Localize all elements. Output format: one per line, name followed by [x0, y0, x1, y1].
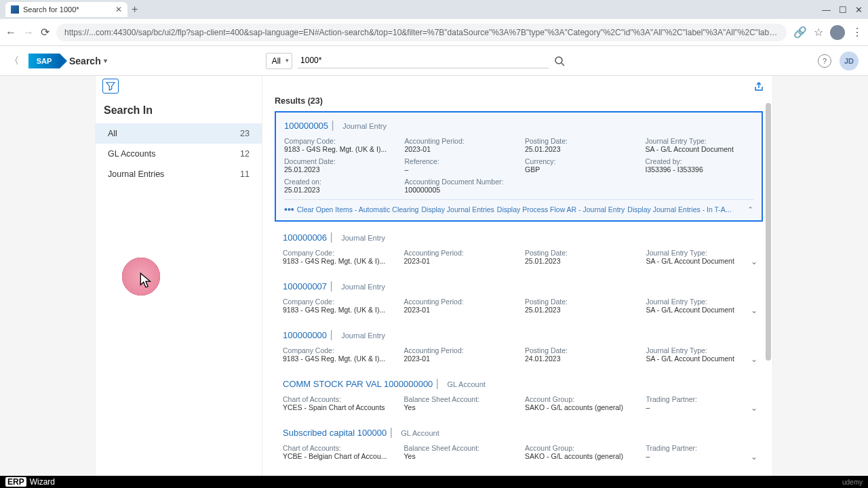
result-card[interactable]: 100000000 | Journal EntryCompany Code:91…	[275, 322, 763, 368]
result-title[interactable]: 100000000	[283, 330, 327, 340]
bookmark-icon[interactable]: ☆	[814, 26, 823, 39]
page-title-dropdown[interactable]: Search	[69, 56, 107, 66]
sidebar-item-all[interactable]: All23	[96, 123, 262, 144]
svg-line-1	[561, 63, 564, 66]
new-tab-button[interactable]: +	[132, 3, 138, 16]
field-value: –	[405, 165, 513, 174]
minimize-icon[interactable]: —	[822, 5, 831, 15]
scrollbar[interactable]	[766, 103, 771, 361]
result-card[interactable]: 100000006 | Journal EntryCompany Code:91…	[275, 224, 763, 270]
result-title[interactable]: 100000005	[284, 121, 328, 131]
field-label: Company Code:	[283, 249, 392, 257]
field-label: Created by:	[646, 157, 754, 165]
expand-icon[interactable]: ⌄	[751, 354, 757, 364]
reload-button[interactable]: ⟳	[41, 26, 50, 39]
result-card[interactable]: Subscribed capital 100000 | GL AccountCh…	[275, 420, 763, 466]
filter-toggle-button[interactable]	[102, 79, 119, 94]
result-action-link[interactable]: Clear Open Items - Automatic Clearing	[297, 205, 419, 214]
sidebar-item-count: 23	[240, 129, 250, 138]
expand-icon[interactable]: ⌄	[751, 403, 757, 413]
field-label: Company Code:	[283, 346, 392, 354]
field-label: Chart of Accounts:	[283, 444, 392, 452]
result-action-link[interactable]: Display Journal Entries	[421, 205, 494, 214]
field-label: Trading Partner:	[646, 444, 755, 452]
field-value: GBP	[525, 165, 633, 174]
forward-button[interactable]: →	[23, 26, 34, 39]
field-label: Posting Date:	[525, 346, 634, 354]
url-bar[interactable]: https://...com:44300/sap/bc/ui2/flp?sap-…	[56, 24, 787, 41]
field-value: SA - G/L Account Document	[646, 306, 755, 314]
expand-icon[interactable]: ⌄	[751, 452, 757, 462]
field-label: Created on:	[284, 178, 393, 186]
result-tag: Journal Entry	[341, 283, 385, 291]
window-controls: — ☐ ✕	[822, 5, 863, 15]
expand-icon[interactable]: ⌄	[751, 257, 757, 266]
result-tag: Journal Entry	[342, 122, 387, 130]
collapse-icon[interactable]: ⌃	[747, 205, 753, 214]
field-value: 2023-01	[404, 354, 513, 363]
category-select[interactable]: All	[266, 53, 292, 69]
sidebar-item-count: 12	[240, 149, 250, 159]
shell-back-button[interactable]: 〈	[9, 55, 19, 67]
field-label: Company Code:	[284, 137, 393, 145]
field-value: –	[646, 403, 755, 411]
content-area: Search In All23GL Accounts12Journal Entr…	[95, 76, 773, 476]
field-label: Posting Date:	[525, 298, 634, 306]
result-title[interactable]: COMM STOCK PAR VAL 1000000000	[283, 379, 433, 389]
field-label: Journal Entry Type:	[646, 346, 755, 354]
field-value: 2023-01	[404, 257, 513, 265]
field-value: 25.01.2023	[284, 165, 393, 174]
sidebar-item-label: GL Accounts	[108, 149, 155, 159]
result-action-link[interactable]: Display Process Flow AR - Journal Entry	[497, 205, 625, 214]
field-value: SA - G/L Account Document	[646, 145, 754, 153]
result-title[interactable]: Subscribed capital 100000	[283, 428, 387, 438]
field-label: Account Group:	[525, 395, 634, 403]
sap-shell-header: 〈 SAP Search All ? JD	[0, 46, 868, 76]
result-card[interactable]: 100000005 | Journal EntryCompany Code:91…	[275, 111, 763, 222]
search-input[interactable]	[298, 53, 549, 68]
back-button[interactable]: ←	[5, 26, 16, 39]
field-value: 9183 - G4S Reg. Mgt. (UK & I)...	[283, 306, 392, 314]
close-window-icon[interactable]: ✕	[855, 5, 863, 15]
field-label: Posting Date:	[525, 249, 634, 257]
browser-tab[interactable]: Search for 1000* ✕	[5, 2, 127, 17]
field-value: YCBE - Belgian Chart of Accou...	[283, 452, 392, 460]
field-value: 100000005	[405, 186, 513, 194]
more-actions-icon[interactable]: •••	[284, 204, 294, 215]
field-value: 9183 - G4S Reg. Mgt. (UK & I)...	[284, 145, 393, 153]
field-value: –	[646, 452, 755, 460]
results-header: Results (23)	[275, 96, 763, 106]
cursor-icon	[139, 271, 154, 289]
result-action-link[interactable]: Display Journal Entries - In T-A...	[627, 205, 731, 214]
user-avatar[interactable]: JD	[840, 52, 859, 70]
profile-avatar[interactable]	[830, 25, 845, 40]
share-icon[interactable]: 🔗	[793, 26, 807, 39]
field-label: Document Date:	[284, 157, 393, 165]
result-title[interactable]: 100000006	[283, 232, 327, 243]
help-icon[interactable]: ?	[818, 54, 831, 68]
video-bottom-bar: ERPWizard udemy	[0, 476, 868, 488]
result-tag: Journal Entry	[341, 234, 385, 242]
result-card[interactable]: 100000007 | Journal EntryCompany Code:91…	[275, 273, 763, 319]
browser-toolbar: ← → ⟳ https://...com:44300/sap/bc/ui2/fl…	[0, 19, 868, 46]
result-tag: Journal Entry	[341, 331, 385, 340]
result-title[interactable]: 100000007	[283, 281, 327, 291]
sidebar-item-label: All	[108, 129, 117, 138]
erp-wizard-logo: ERPWizard	[5, 477, 55, 487]
field-label: Accounting Period:	[404, 346, 513, 354]
search-icon[interactable]	[554, 55, 565, 66]
svg-point-0	[555, 57, 562, 64]
menu-icon[interactable]: ⋮	[852, 26, 863, 39]
sidebar-title: Search In	[96, 102, 262, 123]
expand-icon[interactable]: ⌄	[751, 306, 757, 315]
field-label: Accounting Document Number:	[405, 178, 513, 186]
field-value: SAKO - G/L accounts (general)	[525, 403, 634, 411]
results-panel: Results (23) 100000005 | Journal EntryCo…	[262, 76, 772, 476]
field-label: Chart of Accounts:	[283, 395, 392, 403]
close-tab-icon[interactable]: ✕	[115, 5, 122, 14]
sidebar-item-journal-entries[interactable]: Journal Entries11	[96, 164, 262, 184]
field-value: 25.01.2023	[525, 145, 633, 153]
result-card[interactable]: COMM STOCK PAR VAL 1000000000 | GL Accou…	[275, 371, 763, 417]
sidebar-item-gl-accounts[interactable]: GL Accounts12	[96, 144, 262, 164]
maximize-icon[interactable]: ☐	[839, 5, 847, 15]
